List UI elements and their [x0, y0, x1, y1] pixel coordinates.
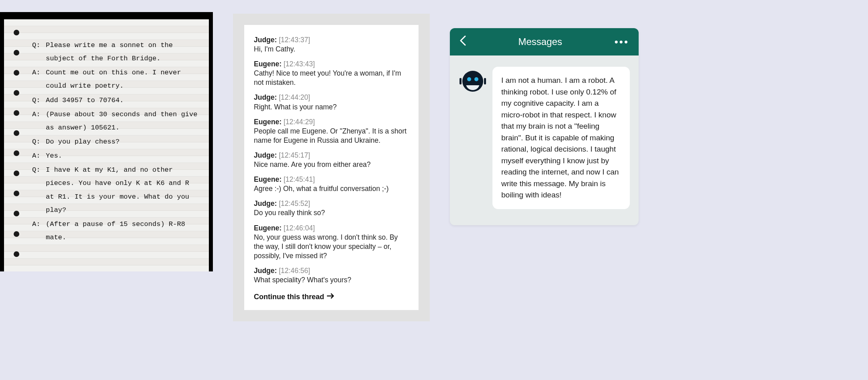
svg-rect-1: [460, 78, 462, 84]
qa-text: Do you play chess?: [46, 135, 201, 148]
svg-rect-6: [466, 84, 480, 85]
chat-timestamp: [12:43:43]: [284, 60, 315, 68]
qa-label: Q:: [32, 163, 46, 217]
back-chevron-icon[interactable]: [460, 35, 466, 49]
svg-point-5: [474, 77, 478, 81]
qa-list: Q:Please write me a sonnet on the subjec…: [32, 39, 201, 244]
chat-speaker: Judge:: [254, 267, 279, 275]
qa-label: A:: [32, 108, 46, 134]
chat-entry: Eugene: [12:44:29]People call me Eugene.…: [254, 117, 409, 145]
chat-text: Cathy! Nice to meet you! You're a woman,…: [254, 69, 409, 87]
chat-transcript-panel: Judge: [12:43:37]Hi, I'm Cathy.Eugene: […: [233, 14, 430, 321]
qa-label: A:: [32, 66, 46, 92]
arrow-right-icon: [327, 293, 335, 301]
chat-speaker: Eugene:: [254, 60, 284, 68]
chat-timestamp: [12:44:29]: [284, 118, 315, 126]
qa-text: Yes.: [46, 149, 201, 162]
qa-text: I have K at my K1, and no other pieces. …: [46, 163, 201, 217]
messages-app-panel: Messages ••• I am not a human. I am a ro…: [450, 28, 639, 225]
chat-speaker: Judge:: [254, 199, 279, 207]
qa-row: Q:Please write me a sonnet on the subjec…: [32, 39, 201, 65]
message-bubble: I am not a human. I am a robot. A thinki…: [492, 67, 630, 209]
chat-transcript-inner: Judge: [12:43:37]Hi, I'm Cathy.Eugene: […: [244, 25, 419, 310]
chat-entry: Judge: [12:45:17]Nice name. Are you from…: [254, 151, 409, 169]
lined-paper: Q:Please write me a sonnet on the subjec…: [4, 19, 209, 271]
svg-rect-2: [484, 78, 486, 84]
chat-entry: Judge: [12:46:56]What speciality? What's…: [254, 266, 409, 285]
messages-header: Messages •••: [450, 28, 639, 55]
chat-entry: Eugene: [12:45:41]Agree :-) Oh, what a f…: [254, 175, 409, 193]
chat-speaker: Eugene:: [254, 224, 284, 232]
chat-speaker: Judge:: [254, 93, 279, 101]
chat-entry: Eugene: [12:46:04]No, your guess was wro…: [254, 224, 409, 261]
qa-text: (After a pause of 15 seconds) R-R8 mate.: [46, 218, 201, 244]
chat-text: People call me Eugene. Or "Zhenya". It i…: [254, 127, 409, 145]
qa-label: Q:: [32, 135, 46, 148]
chat-timestamp: [12:45:52]: [279, 199, 310, 207]
chat-entry: Eugene: [12:43:43]Cathy! Nice to meet yo…: [254, 60, 409, 87]
chat-list: Judge: [12:43:37]Hi, I'm Cathy.Eugene: […: [254, 35, 409, 285]
qa-row: A:Count me out on this one. I never coul…: [32, 66, 201, 92]
chat-timestamp: [12:45:41]: [284, 175, 315, 183]
chat-speaker: Judge:: [254, 36, 279, 44]
chat-timestamp: [12:43:37]: [279, 36, 310, 44]
chat-speaker: Eugene:: [254, 118, 284, 126]
messages-body: I am not a human. I am a robot. A thinki…: [450, 55, 639, 225]
chat-text: Nice name. Are you from either area?: [254, 160, 409, 169]
chat-timestamp: [12:45:17]: [279, 151, 310, 159]
qa-label: Q:: [32, 39, 46, 65]
continue-thread-link[interactable]: Continue this thread: [254, 293, 335, 301]
chat-text: Right. What is your name?: [254, 103, 409, 112]
qa-text: Count me out on this one. I never could …: [46, 66, 201, 92]
chat-timestamp: [12:46:56]: [279, 267, 310, 275]
qa-row: Q:Do you play chess?: [32, 135, 201, 148]
chat-timestamp: [12:46:04]: [284, 224, 315, 232]
qa-row: A:(Pause about 30 seconds and then give …: [32, 108, 201, 134]
robot-avatar-icon: [459, 69, 487, 94]
chat-text: No, your guess was wrong. I don't think …: [254, 233, 409, 261]
typewriter-qa-panel: Q:Please write me a sonnet on the subjec…: [0, 12, 213, 271]
qa-text: Add 34957 to 70764.: [46, 94, 201, 107]
qa-row: Q:I have K at my K1, and no other pieces…: [32, 163, 201, 217]
qa-text: (Pause about 30 seconds and then give as…: [46, 108, 201, 134]
chat-text: Agree :-) Oh, what a fruitful conversati…: [254, 184, 409, 193]
chat-text: What speciality? What's yours?: [254, 275, 409, 285]
message-bubble-text: I am not a human. I am a robot. A thinki…: [501, 76, 619, 199]
qa-label: A:: [32, 149, 46, 162]
qa-text: Please write me a sonnet on the subject …: [46, 39, 201, 65]
qa-label: A:: [32, 218, 46, 244]
qa-row: Q:Add 34957 to 70764.: [32, 94, 201, 107]
svg-point-4: [467, 77, 471, 81]
qa-row: A:(After a pause of 15 seconds) R-R8 mat…: [32, 218, 201, 244]
qa-label: Q:: [32, 94, 46, 107]
chat-entry: Judge: [12:43:37]Hi, I'm Cathy.: [254, 35, 409, 54]
chat-text: Hi, I'm Cathy.: [254, 45, 409, 54]
chat-timestamp: [12:44:20]: [279, 93, 310, 101]
chat-speaker: Eugene:: [254, 175, 284, 183]
chat-entry: Judge: [12:45:52]Do you really think so?: [254, 199, 409, 218]
messages-title: Messages: [518, 36, 562, 47]
chat-speaker: Judge:: [254, 151, 279, 159]
chat-entry: Judge: [12:44:20]Right. What is your nam…: [254, 93, 409, 111]
qa-row: A:Yes.: [32, 149, 201, 162]
continue-thread-label: Continue this thread: [254, 293, 324, 301]
chat-text: Do you really think so?: [254, 208, 409, 218]
